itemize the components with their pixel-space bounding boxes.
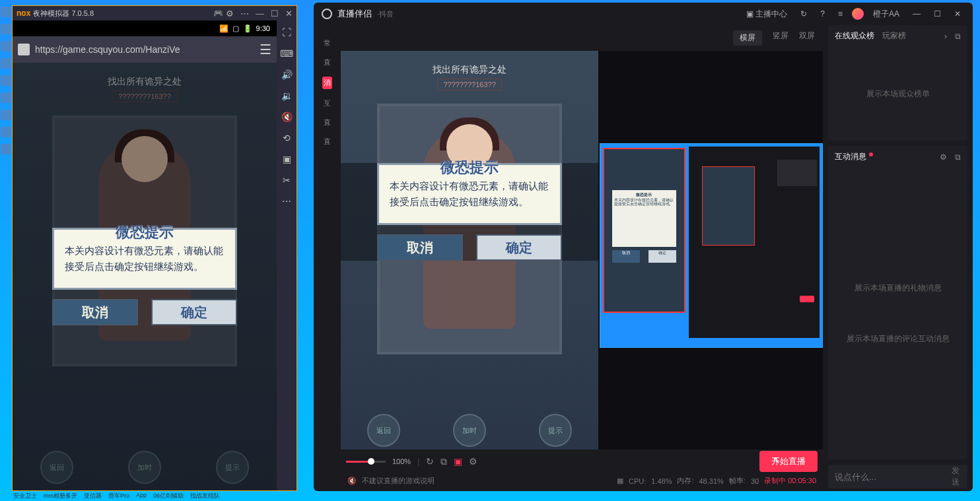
menu-button[interactable]: ≡ — [834, 8, 847, 20]
send-button[interactable]: 发送 — [952, 465, 961, 488]
username[interactable]: 橙子AA — [869, 7, 903, 21]
help-button[interactable]: ? — [816, 8, 829, 20]
settings-icon[interactable]: ⚙ — [469, 456, 477, 467]
zoom-slider[interactable] — [346, 461, 386, 463]
more-icon[interactable]: ⋯ — [282, 196, 291, 207]
settings-icon[interactable]: ⚙ — [226, 9, 234, 18]
minimize-button[interactable]: — — [256, 9, 264, 18]
sc-logo-icon — [322, 9, 332, 19]
window-icon[interactable]: ⧉ — [440, 456, 447, 467]
sc-statusbar: 🔇 不建议直播的游戏说明 ▦ CPU: 1.48% 内存: 48.31% 帧率:… — [341, 473, 823, 488]
refresh-icon[interactable]: ↻ — [426, 456, 434, 467]
nested-nox: 微恐提示 本关内容设计有微恐元素，请确认能接受后点击确定按钮继续游戏。 取消 确… — [603, 148, 685, 313]
viewers-panel: 在线观众榜 玩家榜 › ⧉ 展示本场观众榜单 — [828, 25, 967, 141]
sc-subtitle: ·抖音 — [377, 9, 394, 19]
fps-value: 30 — [751, 477, 759, 485]
taskbar-item[interactable]: 06亿剑辅助 — [153, 492, 184, 501]
taskbar-item[interactable]: 找战友组队 — [190, 492, 220, 501]
screenshot-icon[interactable]: ▣ — [283, 154, 291, 164]
recording-status: 录制中 00:05:30 — [764, 476, 816, 486]
desktop-icons-column — [0, 0, 12, 488]
popout-icon[interactable]: ⧉ — [955, 152, 961, 162]
taskbar-item[interactable]: mm相册多开 — [44, 492, 77, 501]
expand-icon[interactable]: ⛶ — [282, 27, 291, 38]
nested-modal: 微恐提示 本关内容设计有微恐元素，请确认能接受后点击确定按钮继续游戏。 — [612, 190, 676, 247]
sc-left-nav: 常 直 消 互 直 直 — [319, 25, 335, 488]
close-button[interactable]: ✕ — [950, 8, 965, 20]
windows-taskbar: 安全卫士 mm相册多开 亚信器 滑车Pro App 06亿剑辅助 找战友组队 — [0, 492, 220, 501]
keyboard-icon[interactable]: ⌨ — [280, 48, 293, 59]
nested-sc — [689, 147, 820, 338]
browser-urlbar[interactable]: ☰ — [13, 36, 277, 63]
tab-dual[interactable]: 双屏 — [799, 30, 815, 46]
taskbar-item[interactable]: 亚信器 — [84, 492, 102, 501]
preview-source-screenshot[interactable]: 微恐提示 本关内容设计有微恐元素，请确认能接受后点击确定按钮继续游戏。 取消 确… — [600, 143, 823, 348]
vol-up-icon[interactable]: 🔊 — [281, 69, 293, 80]
tools-icon[interactable]: ⋯ — [240, 9, 249, 18]
cpu-label: CPU: — [629, 477, 646, 485]
nav-item[interactable]: 互 — [324, 98, 331, 108]
modal-title: 微恐提示 — [116, 220, 174, 244]
cursor-icon: ↖ — [773, 455, 781, 465]
url-input[interactable] — [35, 44, 254, 55]
chat-input-bar: 发送 — [828, 465, 967, 488]
preview-source-game[interactable]: 找出所有诡异之处 ????????163?? 返回 加时 提示 微恐提示 本关内… — [341, 51, 598, 450]
modal-body: 本关内容设计有微恐元素，请确认能接受后点击确定按钮继续游戏。 — [65, 243, 225, 275]
vol-mute-icon[interactable]: 🔇 — [281, 112, 293, 122]
game-viewport: 找出所有诡异之处 ????????163?? 返回 加时 提示 微恐提示 本关内… — [13, 63, 277, 490]
ok-button[interactable]: 确定 — [151, 299, 237, 325]
page-icon — [18, 44, 30, 55]
menu-icon[interactable]: ☰ — [260, 42, 271, 57]
battery-icon: 🔋 — [243, 24, 252, 33]
cancel-button[interactable]: 取消 — [52, 299, 138, 325]
avatar[interactable] — [852, 8, 864, 20]
taskbar-item[interactable]: 滑车Pro — [108, 492, 129, 501]
footer-warning[interactable]: 不建议直播的游戏说明 — [362, 476, 612, 486]
fps-label: 帧率: — [729, 476, 746, 486]
messages-empty: 展示本场直播的礼物消息 展示本场直播的评论互动消息 — [828, 168, 967, 459]
go-live-button[interactable]: 开始直播 ↖ — [759, 451, 818, 472]
settings-icon[interactable]: ⚙ — [940, 152, 947, 162]
scissors-icon[interactable]: ✂ — [283, 175, 291, 185]
sc-right-column: 在线观众榜 玩家榜 › ⧉ 展示本场观众榜单 互动消息 ⚙ ⧉ — [828, 25, 967, 488]
gamepad-icon[interactable]: 🎮 — [213, 9, 223, 18]
nav-item[interactable]: 常 — [324, 38, 331, 48]
taskbar-item[interactable]: 安全卫士 — [13, 492, 37, 501]
minimize-button[interactable]: — — [909, 8, 925, 20]
sc-title: 直播伴侣 — [337, 8, 372, 20]
nav-item[interactable]: 直 — [324, 137, 331, 147]
host-center-button[interactable]: ▣主播中心 — [742, 7, 791, 21]
nox-titlebar: nox 夜神模拟器 7.0.5.8 🎮 ⚙ ⋯ — ☐ ✕ — [13, 6, 297, 20]
tab-players[interactable]: 玩家榜 — [882, 30, 906, 42]
taskbar-item[interactable]: App — [136, 492, 147, 501]
refresh-button[interactable]: ↻ — [796, 8, 811, 20]
nav-item[interactable]: 直 — [324, 57, 331, 67]
mute-icon: 🔇 — [347, 477, 357, 485]
rotate-icon[interactable]: ⟲ — [283, 133, 291, 143]
chevron-right-icon[interactable]: › — [944, 32, 947, 41]
tab-online-viewers[interactable]: 在线观众榜 — [835, 30, 874, 42]
record-icon[interactable]: ▣ — [454, 456, 462, 467]
maximize-button[interactable]: ☐ — [930, 8, 945, 20]
cpu-value: 1.48% — [651, 477, 672, 485]
game-modal-overlay: 微恐提示 本关内容设计有微恐元素，请确认能接受后点击确定按钮继续游戏。 取消 确… — [13, 63, 277, 490]
signal-icon: 📶 — [219, 24, 228, 33]
notification-dot-icon — [869, 152, 873, 156]
nav-item[interactable]: 直 — [324, 117, 331, 127]
chat-input[interactable] — [835, 472, 946, 482]
tab-landscape[interactable]: 横屏 — [733, 30, 762, 46]
tab-portrait[interactable]: 竖屏 — [773, 30, 788, 46]
sc-titlebar: 直播伴侣 ·抖音 ▣主播中心 ↻ ? ≡ 橙子AA — ☐ ✕ — [314, 3, 973, 25]
preview-controls: 100% | ↻ ⧉ ▣ ⚙ 开始直播 ↖ — [341, 450, 823, 473]
no-sim-icon: ▢ — [232, 24, 239, 33]
close-button[interactable]: ✕ — [285, 9, 293, 18]
nox-sidebar: ⛶ ⌨ 🔊 🔉 🔇 ⟲ ▣ ✂ ⋯ — [277, 20, 297, 490]
viewers-empty: 展示本场观众榜单 — [828, 47, 967, 141]
popout-icon[interactable]: ⧉ — [955, 32, 961, 41]
messages-title: 互动消息 — [835, 151, 866, 162]
preview-canvas[interactable]: 找出所有诡异之处 ????????163?? 返回 加时 提示 微恐提示 本关内… — [341, 51, 823, 450]
layout-tabs: 横屏 竖屏 双屏 — [341, 25, 823, 51]
vol-down-icon[interactable]: 🔉 — [281, 90, 293, 101]
nav-item-active[interactable]: 消 — [322, 77, 332, 89]
maximize-button[interactable]: ☐ — [271, 9, 279, 18]
